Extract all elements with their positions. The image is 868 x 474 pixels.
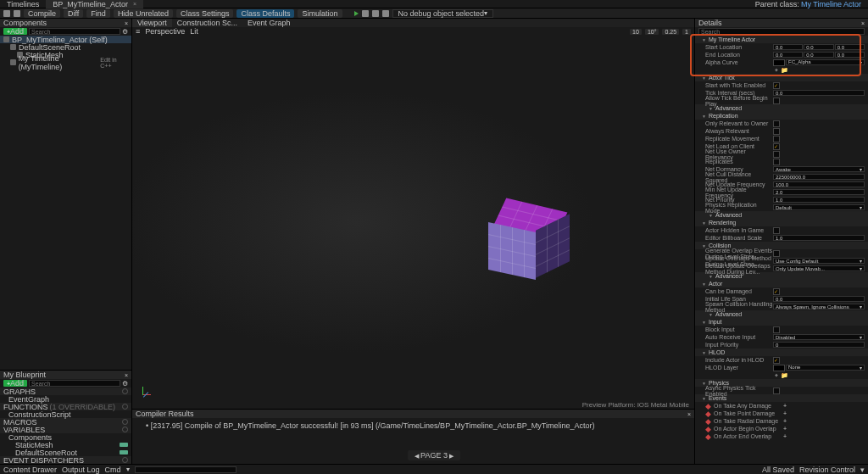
- viewport-subbar: ≡ Perspective Lit 10 10° 0.25 1: [132, 27, 694, 36]
- myblueprint-header: My Blueprint×: [0, 371, 131, 379]
- save-icon[interactable]: [3, 10, 10, 17]
- close-icon[interactable]: ×: [125, 372, 128, 378]
- section-input[interactable]: Input: [695, 318, 868, 326]
- event-row: ◆On Actor End Overlap+: [695, 432, 868, 440]
- section-advanced-col[interactable]: Advanced: [695, 272, 868, 280]
- find-button[interactable]: Find: [86, 9, 110, 18]
- add-event-button[interactable]: +: [782, 403, 788, 410]
- preview-platform-label: Preview Platform: IOS Metal Mobile: [582, 401, 689, 409]
- main-toolbar: Compile Diff Find Hide Unrelated Class S…: [0, 8, 868, 19]
- pause-icon[interactable]: [362, 10, 369, 17]
- class-settings-button[interactable]: Class Settings: [176, 9, 234, 18]
- cat-dispatchers[interactable]: EVENT DISPATCHERS: [0, 456, 131, 464]
- angle-snap[interactable]: 10°: [645, 29, 659, 35]
- add-event-button[interactable]: +: [782, 426, 788, 432]
- check-allow-tick[interactable]: [773, 98, 780, 104]
- components-panel-header: Components×: [0, 19, 131, 27]
- camera-speed[interactable]: 1: [682, 29, 691, 35]
- event-row: ◆On Take Any Damage+: [695, 402, 868, 410]
- cube-mesh: [488, 205, 556, 273]
- section-replication[interactable]: Replication: [695, 112, 868, 120]
- event-row: ◆On Take Point Damage+: [695, 410, 868, 417]
- perspective-dropdown[interactable]: Perspective: [145, 27, 185, 36]
- components-tree: BP_MyTimeline_Actor (Self) DefaultSceneR…: [0, 36, 131, 370]
- close-icon[interactable]: ×: [687, 411, 691, 417]
- section-advanced-rep[interactable]: Advanced: [695, 211, 868, 219]
- section-actor-tick[interactable]: Actor Tick: [695, 74, 868, 81]
- details-body: My Timeline Actor Start Location0.00.00.…: [695, 36, 868, 464]
- tree-timeline[interactable]: My Timeline (MyTimeline)Edit in C++: [0, 59, 131, 66]
- output-log-button[interactable]: Output Log: [62, 466, 100, 474]
- section-events[interactable]: Events: [695, 394, 868, 402]
- event-row: ◆On Take Radial Damage+: [695, 417, 868, 425]
- tab-timelines[interactable]: Timelines: [0, 0, 46, 8]
- add-event-button[interactable]: +: [782, 418, 788, 425]
- viewport-3d[interactable]: Preview Platform: IOS Metal Mobile: [132, 36, 694, 409]
- add-bp-button[interactable]: + Add: [3, 380, 27, 387]
- prop-start-location: Start Location0.00.00.0: [695, 43, 868, 51]
- cmd-input[interactable]: [135, 466, 236, 473]
- curve-thumbnail[interactable]: [773, 59, 785, 66]
- browse-icon[interactable]: [14, 10, 20, 17]
- lit-dropdown[interactable]: Lit: [190, 27, 198, 36]
- compiler-header: Compiler Results×: [132, 410, 694, 418]
- add-event-button[interactable]: +: [782, 410, 788, 417]
- gear-icon[interactable]: ⚙: [122, 28, 128, 36]
- details-search[interactable]: [698, 28, 865, 35]
- all-saved-label: All Saved: [762, 466, 794, 474]
- tree-default-root[interactable]: DefaultSceneRoot: [0, 43, 131, 51]
- use-icon[interactable]: ⌖: [773, 372, 780, 379]
- window-tabs: Timelines BP_MyTimeline_Actor× Parent cl…: [0, 0, 868, 8]
- browse-icon[interactable]: 📁: [781, 372, 787, 379]
- content-drawer-button[interactable]: Content Drawer: [3, 466, 57, 474]
- axes-gizmo: [142, 378, 159, 395]
- step-icon[interactable]: [372, 10, 379, 17]
- cmd-button[interactable]: Cmd: [105, 466, 121, 474]
- viewport-tabs: Viewport Construction Sc... Event Graph: [132, 19, 694, 27]
- close-icon[interactable]: ×: [861, 20, 865, 26]
- section-rendering[interactable]: Rendering: [695, 219, 868, 226]
- bottom-bar: Content Drawer Output Log Cmd ▾ All Save…: [0, 464, 868, 474]
- tab-bp-actor[interactable]: BP_MyTimeline_Actor×: [46, 0, 143, 8]
- tab-construction[interactable]: Construction Sc...: [172, 19, 242, 27]
- tab-event-graph[interactable]: Event Graph: [242, 19, 296, 27]
- details-header: Details×: [695, 19, 868, 27]
- check-start-tick[interactable]: [773, 82, 780, 89]
- play-icon[interactable]: [354, 11, 359, 16]
- tab-viewport[interactable]: Viewport: [132, 19, 172, 27]
- revision-control-button[interactable]: Revision Control: [799, 466, 855, 474]
- parent-class: Parent class: My Timeline Actor: [755, 0, 868, 8]
- debug-object-select[interactable]: No debug object selected ▾: [392, 9, 494, 18]
- event-row: ◆On Actor Begin Overlap+: [695, 425, 868, 432]
- compile-button[interactable]: Compile: [24, 9, 60, 18]
- browse-icon[interactable]: 📁: [781, 67, 787, 74]
- section-actor[interactable]: Actor: [695, 280, 868, 287]
- scale-snap[interactable]: 0.25: [662, 29, 679, 35]
- close-icon[interactable]: ×: [133, 1, 136, 7]
- grid-snap[interactable]: 10: [630, 29, 642, 35]
- gear-icon[interactable]: ⚙: [122, 380, 128, 388]
- page-nav[interactable]: ◀ PAGE 3 ▶: [408, 450, 460, 460]
- close-icon[interactable]: ×: [125, 20, 128, 26]
- section-my-timeline-actor[interactable]: My Timeline Actor: [695, 36, 868, 43]
- use-icon[interactable]: ⌖: [773, 67, 780, 74]
- add-component-button[interactable]: + Add: [3, 28, 27, 35]
- prop-end-location: End Location0.00.00.0: [695, 51, 868, 59]
- hide-unrelated-button[interactable]: Hide Unrelated: [114, 9, 173, 18]
- bp-search[interactable]: [29, 380, 120, 387]
- add-event-button[interactable]: +: [782, 433, 788, 440]
- class-defaults-button[interactable]: Class Defaults: [236, 9, 294, 18]
- compiler-message: • [2317.95] Compile of BP_MyTimeline_Act…: [139, 421, 687, 430]
- section-advanced-actor[interactable]: Advanced: [695, 310, 868, 318]
- diff-button[interactable]: Diff: [64, 9, 83, 18]
- components-search[interactable]: [29, 28, 120, 35]
- stop-icon[interactable]: [382, 10, 389, 17]
- section-advanced-tick[interactable]: Advanced: [695, 104, 868, 112]
- simulation-button[interactable]: Simulation: [298, 9, 342, 18]
- prop-alpha-curve: Alpha CurveFC_Alpha: [695, 59, 868, 66]
- section-hlod[interactable]: HLOD: [695, 349, 868, 356]
